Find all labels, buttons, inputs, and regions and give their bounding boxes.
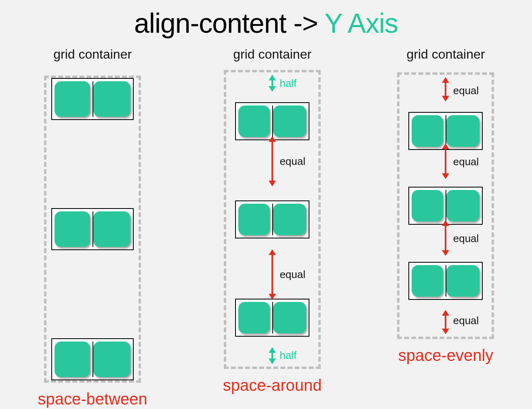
gap-arrow-equal-icon <box>445 221 446 255</box>
grid-item <box>238 302 270 333</box>
grid-row <box>51 338 134 380</box>
gap-label-half: half <box>280 77 296 90</box>
grid-cell <box>93 211 130 247</box>
grid-item <box>238 204 270 235</box>
container-label: grid container <box>407 47 485 62</box>
gap-arrow-half-icon <box>271 348 273 363</box>
grid-cell <box>238 302 270 333</box>
grid-item <box>412 265 443 297</box>
gap-label-half: half <box>280 349 296 362</box>
container-label: grid container <box>53 47 132 62</box>
diagram-columns: grid container space-between grid contai… <box>0 47 532 408</box>
gap-arrow-equal-icon <box>271 250 273 299</box>
grid-cell <box>272 204 306 235</box>
grid-container-evenly: equal equal equal equal <box>397 72 494 339</box>
grid-cell <box>412 190 443 221</box>
grid-cell <box>446 190 479 221</box>
container-label: grid container <box>233 47 311 62</box>
grid-row <box>51 78 134 120</box>
grid-row <box>235 200 309 238</box>
grid-item <box>55 81 90 117</box>
grid-item <box>273 204 306 235</box>
page-title: align-content -> Y Axis <box>0 0 532 39</box>
grid-row <box>408 187 483 225</box>
grid-container-between <box>44 76 141 383</box>
title-prefix: align-content -> <box>134 8 324 38</box>
grid-container-around: half half equal equal <box>224 70 321 369</box>
caption-around: space-around <box>223 376 322 394</box>
grid-item <box>446 115 479 147</box>
grid-item <box>93 342 130 377</box>
grid-cell <box>272 105 306 137</box>
grid-cell <box>93 81 130 117</box>
grid-cell <box>238 105 270 137</box>
grid-cell <box>272 302 306 333</box>
grid-item <box>273 302 306 333</box>
gap-label-equal: equal <box>453 232 479 245</box>
grid-cell <box>93 342 130 377</box>
caption-between: space-between <box>38 390 147 408</box>
grid-cell <box>55 211 90 247</box>
grid-row <box>235 299 309 337</box>
gap-label-equal: equal <box>453 314 479 327</box>
grid-item <box>273 105 306 137</box>
grid-item <box>238 105 270 137</box>
grid-cell <box>446 115 479 147</box>
grid-item <box>446 265 479 297</box>
gap-arrow-half-icon <box>271 76 273 91</box>
grid-item <box>55 211 90 247</box>
grid-item <box>93 81 130 117</box>
grid-item <box>55 342 90 377</box>
gap-label-equal: equal <box>280 155 305 168</box>
title-accent: Y Axis <box>324 8 398 38</box>
gap-label-equal: equal <box>453 156 479 168</box>
grid-item <box>446 190 479 221</box>
column-space-between: grid container space-between <box>38 47 147 408</box>
column-space-evenly: grid container equal equal equal equal <box>397 47 494 365</box>
gap-arrow-equal-icon <box>445 311 446 333</box>
gap-arrow-equal-icon <box>445 144 446 178</box>
grid-row <box>235 102 309 140</box>
grid-cell <box>412 265 443 297</box>
grid-item <box>412 190 443 221</box>
caption-evenly: space-evenly <box>398 346 494 365</box>
grid-row <box>408 262 483 300</box>
grid-cell <box>55 81 90 117</box>
gap-label-equal: equal <box>280 268 305 281</box>
grid-cell <box>446 265 479 297</box>
grid-item <box>93 211 130 247</box>
gap-arrow-equal-icon <box>271 137 273 186</box>
column-space-around: grid container half half equal <box>223 47 322 394</box>
grid-cell <box>55 342 90 377</box>
grid-row <box>51 208 134 250</box>
grid-item <box>412 115 443 147</box>
grid-cell <box>238 204 270 235</box>
gap-arrow-equal-icon <box>445 78 446 101</box>
grid-cell <box>412 115 443 147</box>
gap-label-equal: equal <box>453 84 479 97</box>
